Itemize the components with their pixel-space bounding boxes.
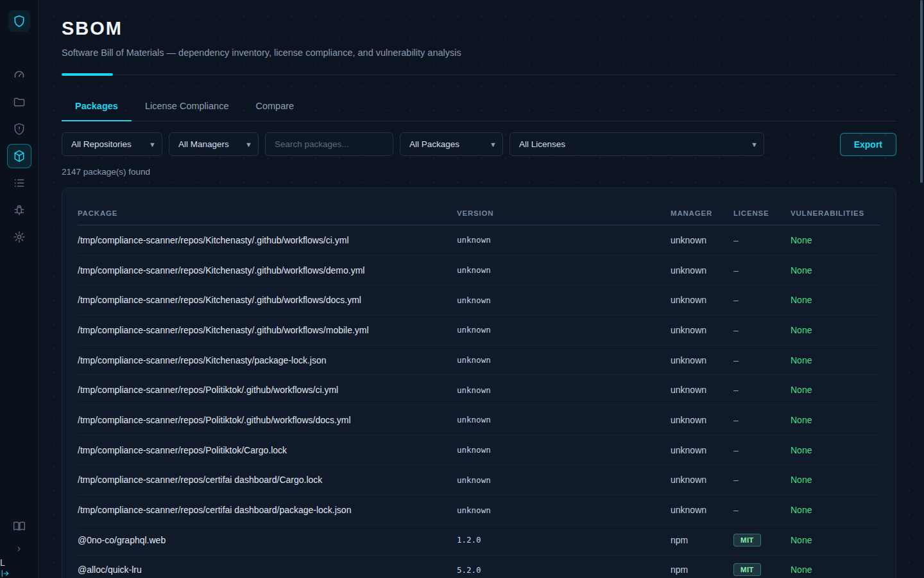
package-manager: unknown xyxy=(671,415,733,425)
sidebar-nav xyxy=(7,63,31,249)
book-icon xyxy=(13,520,26,532)
table-row[interactable]: /tmp/compliance-scanner/repos/Kitchenast… xyxy=(78,285,880,315)
table-row[interactable]: /tmp/compliance-scanner/repos/Politiktok… xyxy=(78,375,880,405)
package-license: – xyxy=(733,235,791,245)
result-count: 2147 package(s) found xyxy=(62,167,896,177)
package-manager: unknown xyxy=(671,265,733,276)
sidebar-clipped-label: L xyxy=(0,557,5,568)
sidebar-footer: › L xyxy=(0,514,38,578)
sidebar-item-security[interactable] xyxy=(7,117,31,141)
main-content: SBOM Software Bill of Materials — depend… xyxy=(38,0,924,578)
page-title: SBOM xyxy=(62,18,896,39)
tab-license-compliance[interactable]: License Compliance xyxy=(132,94,243,121)
sidebar-item-docs[interactable] xyxy=(7,514,31,538)
tab-bar: Packages License Compliance Compare xyxy=(62,94,896,121)
package-path: /tmp/compliance-scanner/repos/certifai d… xyxy=(78,505,457,515)
filter-toolbar: All Repositories ▼ All Managers ▼ All Pa… xyxy=(62,132,896,156)
table-row[interactable]: @alloc/quick-lru5.2.0npmMITNone xyxy=(78,556,880,578)
license-badge: MIT xyxy=(733,534,761,547)
package-vulnerabilities: None xyxy=(791,415,880,425)
export-button[interactable]: Export xyxy=(840,133,896,156)
package-license: – xyxy=(733,505,791,515)
package-license: – xyxy=(733,265,791,276)
app-logo[interactable] xyxy=(8,10,30,32)
package-version: unknown xyxy=(457,385,671,395)
sidebar-item-repositories[interactable] xyxy=(7,90,31,114)
package-manager: unknown xyxy=(671,385,733,395)
table-row[interactable]: @0no-co/graphql.web1.2.0npmMITNone xyxy=(78,525,880,556)
package-path: @0no-co/graphql.web xyxy=(78,535,457,545)
package-path: /tmp/compliance-scanner/repos/Kitchenast… xyxy=(78,295,457,305)
package-version: 5.2.0 xyxy=(457,565,671,575)
table-row[interactable]: /tmp/compliance-scanner/repos/Politiktok… xyxy=(78,405,880,435)
folder-icon xyxy=(13,96,26,109)
repository-filter-select[interactable]: All Repositories xyxy=(62,132,162,156)
package-path: /tmp/compliance-scanner/repos/Kitchenast… xyxy=(78,325,457,335)
shield-alert-icon xyxy=(13,123,26,136)
package-license: – xyxy=(733,295,791,305)
sidebar-collapse-button[interactable]: › xyxy=(17,539,21,557)
package-version: 1.2.0 xyxy=(457,535,671,545)
package-license: – xyxy=(733,355,791,365)
package-manager: unknown xyxy=(671,235,733,245)
package-path: @alloc/quick-lru xyxy=(78,565,457,575)
package-version: unknown xyxy=(457,445,671,455)
packages-table-card: Package Version Manager License Vulnerab… xyxy=(62,188,896,578)
table-row[interactable]: /tmp/compliance-scanner/repos/Politiktok… xyxy=(78,435,880,466)
package-license: – xyxy=(733,325,791,335)
package-version: unknown xyxy=(457,295,671,305)
package-vulnerabilities: None xyxy=(791,385,880,395)
package-version: unknown xyxy=(457,415,671,425)
column-header-version: Version xyxy=(457,209,671,217)
package-license: – xyxy=(733,385,791,395)
package-vulnerabilities: None xyxy=(791,325,880,335)
sidebar-item-settings[interactable] xyxy=(7,225,31,249)
sidebar: › L xyxy=(0,0,38,578)
table-header: Package Version Manager License Vulnerab… xyxy=(78,201,880,225)
chevron-right-icon: › xyxy=(17,543,21,554)
package-manager: unknown xyxy=(671,445,733,455)
scrollbar-thumb[interactable] xyxy=(920,0,923,183)
package-manager: unknown xyxy=(671,505,733,515)
table-body: /tmp/compliance-scanner/repos/Kitchenast… xyxy=(78,225,880,578)
column-header-manager: Manager xyxy=(671,209,733,217)
search-input[interactable] xyxy=(265,132,393,156)
package-manager: unknown xyxy=(671,325,733,335)
package-path: /tmp/compliance-scanner/repos/Politiktok… xyxy=(78,445,457,455)
package-version: unknown xyxy=(457,355,671,365)
package-path: /tmp/compliance-scanner/repos/certifai d… xyxy=(78,475,457,485)
package-manager: npm xyxy=(671,535,733,545)
manager-filter-select[interactable]: All Managers xyxy=(169,132,259,156)
sidebar-item-inventory[interactable] xyxy=(7,171,31,195)
package-vulnerabilities: None xyxy=(791,445,880,455)
package-path: /tmp/compliance-scanner/repos/Kitchenast… xyxy=(78,265,457,276)
logout-arrow-icon[interactable] xyxy=(0,568,10,578)
table-row[interactable]: /tmp/compliance-scanner/repos/certifai d… xyxy=(78,495,880,525)
table-row[interactable]: /tmp/compliance-scanner/repos/certifai d… xyxy=(78,466,880,496)
title-accent-bar xyxy=(62,73,113,76)
package-path: /tmp/compliance-scanner/repos/Kitchenast… xyxy=(78,355,457,365)
package-version: unknown xyxy=(457,325,671,335)
tab-compare[interactable]: Compare xyxy=(243,94,308,121)
table-row[interactable]: /tmp/compliance-scanner/repos/Kitchenast… xyxy=(78,256,880,286)
license-filter-select[interactable]: All Licenses xyxy=(509,132,764,156)
sidebar-item-sbom[interactable] xyxy=(7,144,31,168)
list-icon xyxy=(13,177,26,189)
sidebar-item-vulnerabilities[interactable] xyxy=(7,198,31,222)
package-manager: unknown xyxy=(671,475,733,485)
license-badge: MIT xyxy=(733,563,761,576)
package-license: MIT xyxy=(733,534,791,547)
tab-packages[interactable]: Packages xyxy=(62,94,132,121)
manager-filter-wrap: All Managers ▼ xyxy=(169,132,259,156)
package-filter-wrap: All Packages ▼ xyxy=(400,132,503,156)
license-filter-wrap: All Licenses ▼ xyxy=(509,132,764,156)
sidebar-item-dashboard[interactable] xyxy=(7,63,31,87)
package-vulnerabilities: None xyxy=(791,235,880,245)
table-row[interactable]: /tmp/compliance-scanner/repos/Kitchenast… xyxy=(78,315,880,346)
title-divider xyxy=(62,73,896,75)
package-vulnerabilities: None xyxy=(791,505,880,515)
table-row[interactable]: /tmp/compliance-scanner/repos/Kitchenast… xyxy=(78,346,880,376)
table-row[interactable]: /tmp/compliance-scanner/repos/Kitchenast… xyxy=(78,225,880,256)
package-manager: unknown xyxy=(671,355,733,365)
package-filter-select[interactable]: All Packages xyxy=(400,132,503,156)
